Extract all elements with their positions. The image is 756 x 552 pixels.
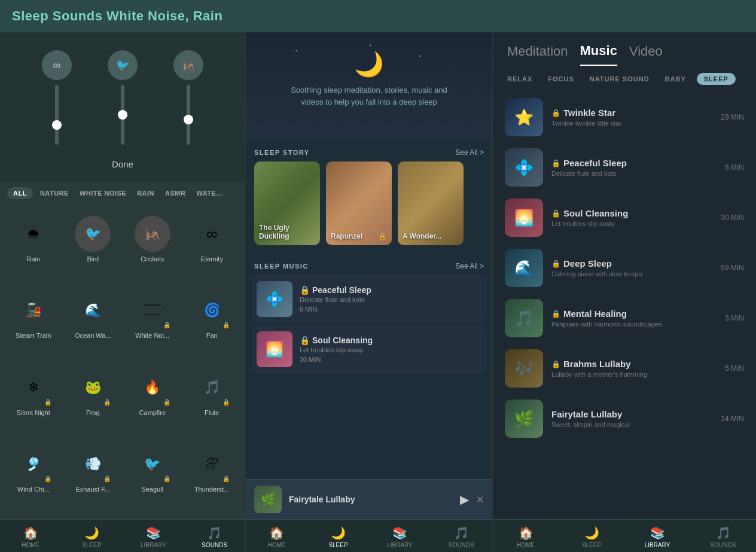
track-peaceful-sleep[interactable]: 💠 🔒 Peaceful Sleep Delicate flute and ko…	[500, 142, 749, 193]
nav-sleep-sleep-label: SLEEP	[328, 542, 347, 548]
nav-sleep-sounds[interactable]: 🌙 SLEEP	[62, 520, 123, 552]
story-rapunzel[interactable]: Rapunzel 🔒	[326, 161, 392, 245]
sound-white-noise[interactable]: 〰〰〰〰 🔒 White Noi...	[124, 286, 181, 361]
track-brahms-lullaby[interactable]: 🎶 🔒 Brahms Lullaby Lullaby with a mother…	[500, 343, 749, 394]
sound-ocean[interactable]: 🌊 Ocean Wa...	[65, 286, 122, 361]
home-icon: 🏠	[23, 526, 38, 540]
slider-cricket: 🦗	[173, 50, 203, 145]
bird-icon-btn[interactable]: 🐦	[108, 50, 138, 80]
filter-nature-sound[interactable]: NATURE SOUND	[585, 73, 654, 85]
tab-music[interactable]: Music	[580, 43, 617, 66]
story-scroll: The Ugly Duckling Rapunzel 🔒 A Wonder...	[246, 161, 492, 254]
sound-campfire[interactable]: 🔥 🔒 Campfire	[124, 364, 181, 438]
filter-relax[interactable]: RELAX	[502, 73, 537, 85]
music-peaceful-sleep[interactable]: 💠 🔒 Peaceful Sleep Delicate flute and ko…	[252, 275, 486, 323]
track-mental-healing[interactable]: 🎵 🔒 Mental Healing Panpipes with harmoni…	[500, 293, 749, 343]
cricket-slider[interactable]	[187, 85, 190, 145]
filter-nature[interactable]: NATURE	[36, 187, 72, 199]
filter-all[interactable]: ALL	[7, 187, 33, 199]
story-card-bg-2: Rapunzel 🔒	[326, 161, 392, 245]
track-duration-3: 30 MIN	[721, 214, 744, 222]
sound-rain-label: Rain	[26, 255, 40, 263]
nav-home-library[interactable]: 🏠 HOME	[493, 520, 559, 552]
filter-water[interactable]: WATE...	[193, 187, 226, 199]
tab-video[interactable]: Video	[629, 43, 663, 66]
track-lock-2: 🔒	[551, 159, 560, 167]
track-info-4: 🔒 Deep Sleep Calming piano with slow tem…	[551, 258, 712, 277]
sound-silent-night-icon: ❄ 🔒	[16, 370, 51, 405]
sound-exhaust-fan[interactable]: 💨 🔒 Exhaust F...	[65, 440, 122, 514]
track-lock-1: 🔒	[551, 109, 560, 117]
story-ugly-duckling[interactable]: The Ugly Duckling	[254, 161, 320, 245]
sound-eternity[interactable]: ∞ Eternity	[184, 210, 241, 284]
filter-white-noise[interactable]: WHITE NOISE	[76, 187, 130, 199]
story-wonder[interactable]: A Wonder...	[398, 161, 464, 245]
cricket-icon-btn[interactable]: 🦗	[173, 50, 203, 80]
filter-focus[interactable]: FOCUS	[543, 73, 579, 85]
nav-library-library-label: LIBRARY	[645, 542, 670, 548]
music-soul-cleansing[interactable]: 🌅 🔒 Soul Cleansing Let troubles slip awa…	[252, 325, 486, 373]
nav-sleep-sleep[interactable]: 🌙 SLEEP	[307, 520, 369, 552]
sleep-music-see-all[interactable]: See All >	[455, 262, 484, 270]
mini-play-button[interactable]: ▶	[460, 492, 469, 507]
loop-icon-btn[interactable]: ∞	[42, 50, 72, 80]
bird-slider[interactable]	[121, 85, 124, 145]
mini-player-thumb: 🌿	[254, 486, 282, 513]
nav-sounds-library[interactable]: 🎵 SOUNDS	[690, 520, 756, 552]
nav-library-sleep[interactable]: 📚 LIBRARY	[369, 520, 431, 552]
sound-wind-chime[interactable]: 🎐 🔒 Wind Chi...	[5, 440, 62, 514]
track-twinkle-star[interactable]: ⭐ 🔒 Twinkle Star Twinkle twinkle little …	[500, 92, 749, 142]
track-info-1: 🔒 Twinkle Star Twinkle twinkle little st…	[551, 108, 712, 127]
done-button[interactable]: Done	[112, 159, 133, 169]
nav-home-sounds[interactable]: 🏠 HOME	[0, 520, 62, 552]
library-icon-library: 📚	[650, 526, 665, 540]
sound-crickets[interactable]: 🦗 Crickets	[124, 210, 181, 284]
sound-flute[interactable]: 🎵 🔒 Flute	[184, 364, 241, 438]
nav-sounds-sleep[interactable]: 🎵 SOUNDS	[431, 520, 492, 552]
nav-library-sounds[interactable]: 📚 LIBRARY	[123, 520, 184, 552]
filter-sleep[interactable]: SLEEP	[697, 73, 736, 85]
track-fairytale-lullaby[interactable]: 🌿 Fairytale Lullaby Sweet, simple and ma…	[500, 394, 749, 444]
track-subtitle-2: Delicate flute and koto	[551, 170, 717, 177]
sleep-story-see-all[interactable]: See All >	[455, 148, 484, 157]
track-thumb-5: 🎵	[505, 299, 543, 337]
track-title-4: 🔒 Deep Sleep	[551, 258, 712, 269]
loop-slider[interactable]	[55, 85, 59, 145]
sound-frog[interactable]: 🐸 🔒 Frog	[65, 364, 122, 438]
music-thumb-2: 🌅	[257, 331, 292, 367]
sound-seagull[interactable]: 🐦 🔒 Seagull	[124, 440, 181, 514]
nav-home-sleep[interactable]: 🏠 HOME	[246, 520, 307, 552]
tab-meditation[interactable]: Meditation	[507, 43, 568, 66]
sounds-grid: 🌧 Rain 🐦 Bird 🦗 Crickets ∞ Eternity 🚂 St…	[0, 205, 245, 519]
track-info-7: Fairytale Lullaby Sweet, simple and magi…	[551, 409, 712, 428]
track-subtitle-3: Let troubles slip away	[551, 220, 712, 227]
sound-filter-tabs: ALL NATURE WHITE NOISE RAIN ASMR WATE...	[0, 181, 245, 205]
track-deep-sleep[interactable]: 🌊 🔒 Deep Sleep Calming piano with slow t…	[500, 243, 749, 293]
sound-thunder[interactable]: ⛈ 🔒 Thunderst...	[184, 440, 241, 514]
nav-library-library[interactable]: 📚 LIBRARY	[624, 520, 690, 552]
track-soul-cleansing[interactable]: 🌅 🔒 Soul Cleansing Let troubles slip awa…	[500, 193, 749, 243]
story-card-bg-3: A Wonder...	[398, 161, 464, 245]
filter-rain[interactable]: RAIN	[133, 187, 158, 199]
sound-fan[interactable]: 🌀 🔒 Fan	[184, 286, 241, 361]
panel-sleep: ✦ ✦ ✦ · · · 🌙 Soothing sleep meditation,…	[245, 32, 493, 552]
music-lock-2: 🔒	[300, 336, 310, 345]
nav-sounds-sounds[interactable]: 🎵 SOUNDS	[184, 520, 246, 552]
track-thumb-7: 🌿	[505, 399, 543, 438]
sound-silent-night[interactable]: ❄ 🔒 Silent Night	[5, 364, 62, 438]
sound-exhaust-fan-label: Exhaust F...	[76, 486, 110, 493]
sound-steam-train-label: Steam Train	[16, 332, 51, 340]
filter-asmr[interactable]: ASMR	[161, 187, 189, 199]
nav-sleep-library[interactable]: 🌙 SLEEP	[559, 520, 624, 552]
nav-sleep-label: SLEEP	[83, 542, 102, 548]
track-duration-6: 5 MIN	[725, 364, 744, 373]
sleep-hero: ✦ ✦ ✦ · · · 🌙 Soothing sleep meditation,…	[246, 32, 492, 140]
track-duration-7: 14 MIN	[721, 414, 744, 423]
sound-steam-train[interactable]: 🚂 Steam Train	[5, 286, 62, 361]
nav-home-sleep-label: HOME	[268, 542, 286, 548]
sound-rain[interactable]: 🌧 Rain	[5, 210, 62, 284]
sound-bird[interactable]: 🐦 Bird	[65, 210, 122, 284]
filter-baby[interactable]: BABY	[660, 73, 691, 85]
hero-subtitle: Soothing sleep meditation, stories, musi…	[285, 84, 453, 108]
mini-close-button[interactable]: ✕	[476, 494, 484, 505]
